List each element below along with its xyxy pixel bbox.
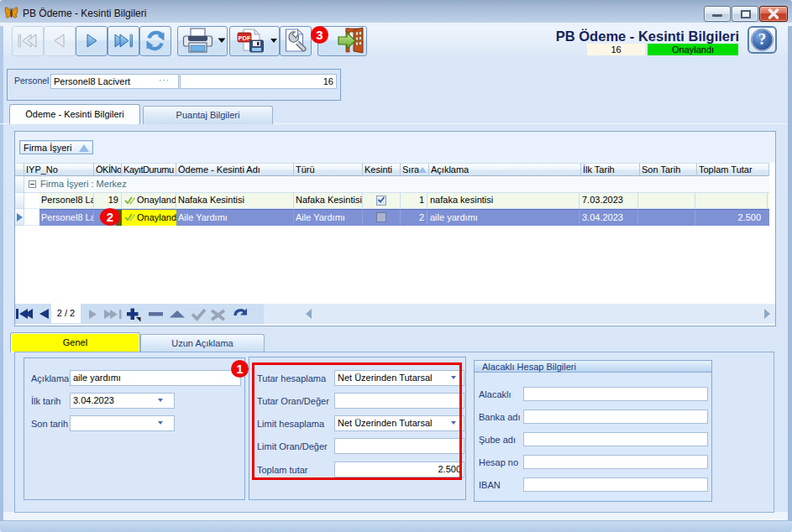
svg-text:PDF: PDF [239,34,251,42]
svg-text:?: ? [758,30,767,48]
